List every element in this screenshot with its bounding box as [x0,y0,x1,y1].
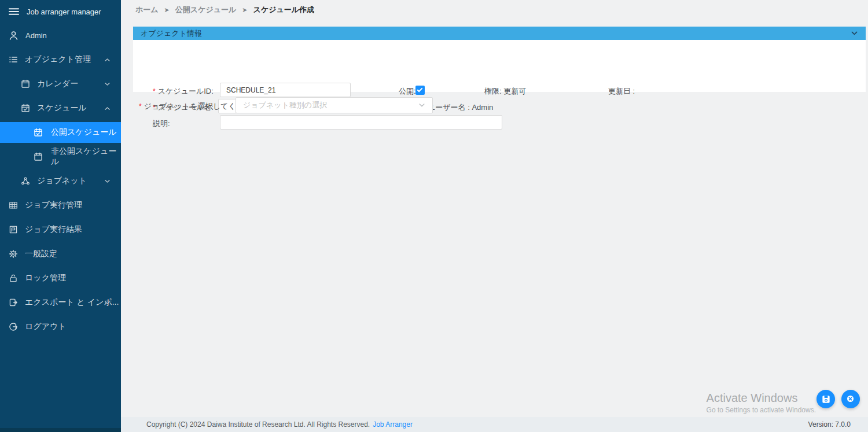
permission-text: 権限: 更新可 [484,86,526,97]
description-label: 説明: [153,119,170,129]
chevron-down-icon[interactable] [851,29,858,37]
sidebar-item-2[interactable]: スケジュール [0,96,121,120]
breadcrumb-home[interactable]: ホーム [135,5,159,15]
sidebar-item-5[interactable]: ジョブネット [0,169,121,193]
sidebar-item-label: スケジュール [37,103,87,113]
panel-title: オブジェクト情報 [141,28,202,39]
sidebar-item-label: 公開スケジュール [51,127,117,138]
calendar-icon [21,79,30,88]
calendar-icon [34,152,43,161]
sidebar-item-1[interactable]: カレンダー [0,72,121,96]
sidebar-item-label: ログアウト [25,322,67,332]
job-arranger-link[interactable]: Job Arranger [373,420,413,429]
save-button[interactable] [816,390,835,408]
sidebar-item-11[interactable]: ログアウト [0,315,121,339]
description-input[interactable] [220,115,502,130]
sidebar-item-3-active[interactable]: 公開スケジュール [0,122,121,143]
hamburger-menu-icon[interactable] [8,7,20,16]
sidebar-item-7[interactable]: ジョブ実行結果 [0,217,121,242]
breadcrumb-separator-icon: ➤ [164,6,170,14]
required-asterisk: * [153,87,156,95]
footer: Copyright (C) 2024 Daiwa Institute of Re… [121,417,868,432]
sidebar-item-label: オブジェクト管理 [25,54,91,65]
table-icon [9,201,18,210]
user-icon [9,31,19,40]
object-info-panel-header[interactable]: オブジェクト情報 [133,27,866,40]
sidebar-item-4[interactable]: 非公開スケジュール [0,145,121,169]
report-icon [9,225,18,234]
schedule-id-input[interactable] [220,83,351,97]
sidebar-item-10[interactable]: エクスポート と インポ... [0,290,121,315]
chevron-up-icon [104,105,111,112]
sidebar-item-9[interactable]: ロック管理 [0,266,121,290]
user-name-text: ユーザー名 : Admin [428,102,493,113]
watermark-line2: Go to Settings to activate Windows. [707,406,816,414]
close-circle-icon [845,394,856,405]
required-asterisk: * [139,102,142,110]
sidebar-item-0[interactable]: オブジェクト管理 [0,47,121,72]
user-name: Admin [25,31,47,40]
sidebar-item-label: カレンダー [37,79,78,89]
app-title: Job arranger manager [27,8,101,16]
copyright-text: Copyright (C) 2024 Daiwa Institute of Re… [146,420,370,429]
sidebar-item-label: 一般設定 [25,249,57,259]
public-label: 公開: [399,86,416,97]
jobnet-type-select[interactable]: ジョブネット種別の選択 [236,97,433,113]
main-content: ホーム ➤ 公開スケジュール ➤ スケジュール作成 オブジェクト情報 *スケジュ… [121,0,868,432]
chevron-down-icon [104,300,111,306]
version-text: Version: 7.0.0 [808,420,851,429]
list-icon [9,55,18,64]
activate-windows-watermark: Activate Windows Go to Settings to activ… [707,392,816,414]
object-info-panel-body: *スケジュールID: 公開: 権限: 更新可 更新日 : *スケジュール名: ユ… [133,40,866,92]
jobnet-select-placeholder: ジョブネット種別の選択 [243,100,327,110]
sidebar-user: Admin [9,28,47,42]
gear-icon [9,249,18,259]
sidebar-item-label: ジョブ実行結果 [25,224,82,235]
sidebar-item-label: ロック管理 [25,273,66,283]
sidebar-item-label: ジョブ実行管理 [25,200,82,211]
export-icon [9,298,18,307]
breadcrumb: ホーム ➤ 公開スケジュール ➤ スケジュール作成 [135,5,314,15]
schedule-id-label: *スケジュールID: [153,86,214,97]
lock-icon [9,274,18,283]
logout-icon [9,322,18,331]
sidebar-nav: オブジェクト管理カレンダースケジュール公開スケジュール非公開スケジュールジョブネ… [0,47,121,339]
close-button[interactable] [841,390,860,408]
chevron-down-icon [418,102,425,109]
check-icon [417,87,423,93]
sidebar-item-label: 非公開スケジュール [51,146,121,167]
save-floppy-icon [821,394,831,404]
cluster-icon [21,176,30,186]
public-checkbox[interactable] [415,86,425,95]
breadcrumb-separator-icon: ➤ [242,6,247,14]
sidebar-item-6[interactable]: ジョブ実行管理 [0,193,121,217]
sidebar: Job arranger manager Admin オブジェクト管理カレンダー… [0,0,121,432]
chevron-down-icon [104,178,111,184]
sidebar-bottom-strip [0,428,121,432]
sidebar-item-8[interactable]: 一般設定 [0,242,121,266]
sidebar-item-label: ジョブネット [37,176,87,186]
sidebar-header: Job arranger manager [8,5,101,19]
breadcrumb-public-schedule[interactable]: 公開スケジュール [175,5,237,15]
chevron-up-icon [104,57,111,63]
chevron-down-icon [104,81,111,87]
calendar-check-icon [21,104,30,113]
calendar-check-icon [34,128,43,137]
app-root: Job arranger manager Admin オブジェクト管理カレンダー… [0,0,868,432]
breadcrumb-current-page: スケジュール作成 [253,5,315,15]
watermark-line1: Activate Windows [707,392,816,405]
update-date-text: 更新日 : [608,86,635,97]
